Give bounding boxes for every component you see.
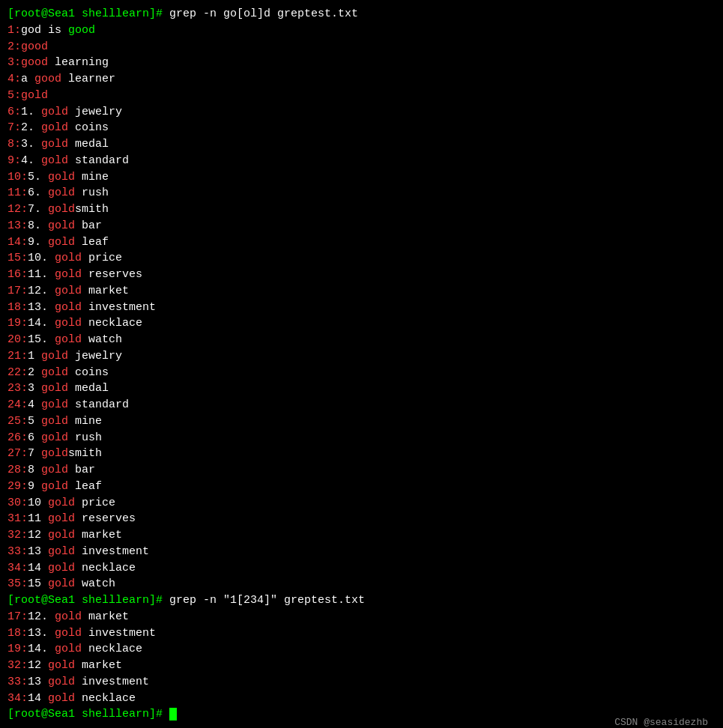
output-line-32: 32:12 gold market <box>7 527 716 544</box>
cmd-1: grep -n go[ol]d greptest.txt <box>163 7 358 20</box>
output-line-24: 24:4 gold standard <box>7 397 716 413</box>
output-line-6: 6:1. gold jewelry <box>7 104 716 121</box>
cmd-2: grep -n "1[234]" greptest.txt <box>163 594 365 607</box>
output-line-17: 17:12. gold market <box>7 283 716 300</box>
output-line-5: 5:gold <box>7 88 716 104</box>
output-line-15: 15:10. gold price <box>7 250 716 267</box>
output-line-26: 26:6 gold rush <box>7 430 716 446</box>
output-line-22: 22:2 gold coins <box>7 365 716 381</box>
output-line-28: 28:8 gold bar <box>7 462 716 479</box>
cmd2-line-32: 32:12 gold market <box>7 658 716 674</box>
output-line-30: 30:10 gold price <box>7 495 716 512</box>
output-line-19: 19:14. gold necklace <box>7 315 716 332</box>
cmd2-line-34: 34:14 gold necklace <box>7 691 716 707</box>
output-line-7: 7:2. gold coins <box>7 120 716 136</box>
command-line-1: [root@Sea1 shelllearn]# grep -n go[ol]d … <box>7 6 716 22</box>
output-line-21: 21:1 gold jewelry <box>7 348 716 365</box>
output-line-35: 35:15 gold watch <box>7 576 716 592</box>
command-line-2: [root@Sea1 shelllearn]# grep -n "1[234]"… <box>7 592 716 609</box>
output-line-3: 3:good learning <box>7 55 716 71</box>
output-line-31: 31:11 gold reserves <box>7 511 716 527</box>
output-line-12: 12:7. goldsmith <box>7 201 716 218</box>
output-line-18: 18:13. gold investment <box>7 300 716 316</box>
cmd2-line-17: 17:12. gold market <box>7 609 716 625</box>
output-line-23: 23:3 gold medal <box>7 380 716 397</box>
cmd2-line-18: 18:13. gold investment <box>7 625 716 642</box>
output-line-9: 9:4. gold standard <box>7 153 716 169</box>
output-line-27: 27:7 goldsmith <box>7 446 716 462</box>
output-line-4: 4:a good learner <box>7 71 716 88</box>
output-line-10: 10:5. gold mine <box>7 169 716 186</box>
output-line-14: 14:9. gold leaf <box>7 234 716 251</box>
output-line-13: 13:8. gold bar <box>7 218 716 234</box>
terminal: [root@Sea1 shelllearn]# grep -n go[ol]d … <box>7 6 716 728</box>
final-prompt: [root@Sea1 shelllearn]# <box>7 708 163 721</box>
prompt-1: [root@Sea1 shelllearn]# <box>7 7 163 20</box>
prompt-2: [root@Sea1 shelllearn]# <box>7 594 163 607</box>
cmd2-line-19: 19:14. gold necklace <box>7 641 716 658</box>
output-line-2: 2:good <box>7 39 716 55</box>
output-line-33: 33:13 gold investment <box>7 544 716 560</box>
output-line-20: 20:15. gold watch <box>7 332 716 348</box>
output-line-34: 34:14 gold necklace <box>7 560 716 577</box>
output-line-11: 11:6. gold rush <box>7 185 716 201</box>
watermark: CSDN @seasidezhb <box>614 717 708 728</box>
cmd2-line-33: 33:13 gold investment <box>7 674 716 691</box>
output-line-1: 1:god is good <box>7 22 716 39</box>
output-line-29: 29:9 gold leaf <box>7 479 716 495</box>
output-line-8: 8:3. gold medal <box>7 136 716 153</box>
cursor <box>169 708 177 721</box>
output-line-25: 25:5 gold mine <box>7 413 716 430</box>
output-line-16: 16:11. gold reserves <box>7 267 716 283</box>
final-prompt-line: [root@Sea1 shelllearn]# <box>7 706 716 723</box>
